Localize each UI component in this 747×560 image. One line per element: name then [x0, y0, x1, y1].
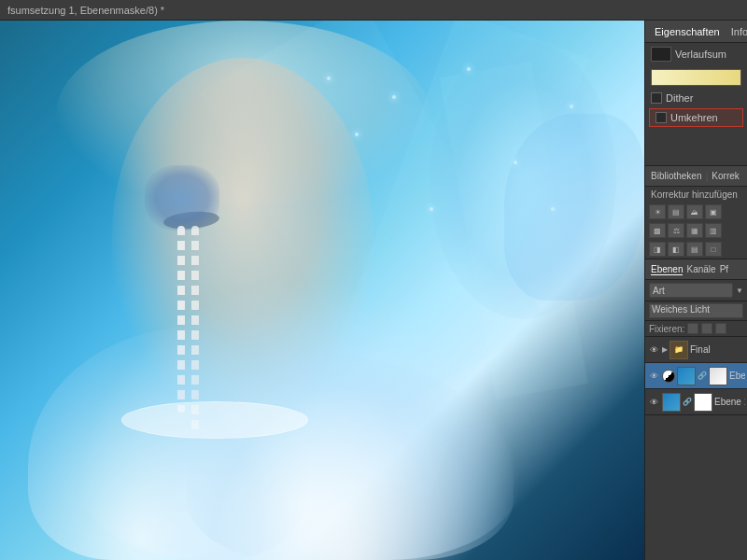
umkehren-label: Umkehren [670, 112, 718, 123]
ebenen-tab[interactable]: Ebenen [651, 264, 683, 275]
ebenen-panel: Ebenen Kanäle Pf Art ▼ Weiches Licht Fix… [645, 259, 747, 560]
korrektur-label: Korrektur hinzufügen [645, 187, 747, 203]
sparkle [514, 161, 517, 164]
dropdown-arrow[interactable]: ▼ [736, 287, 743, 295]
selective-icon[interactable]: □ [705, 242, 722, 257]
properties-tab[interactable]: Eigenschaften [651, 26, 724, 37]
layer-name-ebene2: Ebene 2 [729, 371, 745, 381]
layer-final: 👁 ▶ 📁 Final [645, 337, 747, 363]
blend-value: Weiches Licht [652, 304, 710, 315]
verlauf-row: Verlaufsum [645, 43, 747, 65]
bib-tab2[interactable]: Korrek [712, 171, 739, 181]
mask-ebene1 [694, 393, 712, 412]
main-area: Eigenschaften Info Verlaufsum Dither Umk… [0, 21, 747, 560]
exposure-icon[interactable]: ▣ [705, 204, 722, 219]
right-panel: Eigenschaften Info Verlaufsum Dither Umk… [644, 21, 747, 560]
kanaele-tab[interactable]: Kanäle [686, 264, 715, 274]
title-bar: fsumsetzung 1, Ebenenmaske/8) * [0, 0, 747, 21]
fix-icon1[interactable] [687, 323, 698, 334]
link-ebene2: 🔗 [698, 371, 707, 380]
eye-final[interactable]: 👁 [647, 343, 660, 357]
curves-icon[interactable]: ⛰ [686, 204, 703, 219]
fixieren-label: Fixieren: [649, 324, 684, 334]
umkehren-row: Umkehren [649, 108, 743, 127]
fix-icon3[interactable] [715, 323, 726, 334]
properties-header: Eigenschaften Info [645, 21, 747, 43]
levels-icon[interactable]: ▤ [668, 204, 684, 219]
search-row: Art ▼ [645, 280, 747, 301]
bib-tab1[interactable]: Bibliotheken [651, 171, 701, 181]
brightness-icon[interactable]: ☀ [649, 204, 666, 219]
gradient-bar[interactable] [651, 69, 741, 86]
folder-icon: 📁 [669, 341, 688, 359]
eye-ebene1[interactable]: 👁 [647, 396, 660, 409]
icon-row-2: ▩ ⚖ ▦ ▥ [645, 221, 747, 240]
thumb-ebene2 [677, 367, 696, 385]
fixieren-row: Fixieren: [645, 321, 747, 337]
ebenen-header: Ebenen Kanäle Pf [645, 259, 747, 280]
layer-ebene2[interactable]: 👁 🔗 Ebene 2 [645, 363, 747, 389]
photo-icon[interactable]: ▥ [705, 223, 722, 238]
threshold-icon[interactable]: ◧ [668, 242, 684, 257]
verlauf-label: Verlaufsum [675, 49, 726, 60]
search-text: Art [653, 286, 665, 296]
layer-name-final: Final [690, 344, 745, 355]
gem-piece [145, 165, 219, 231]
sparkle [392, 95, 396, 99]
info-tab-label[interactable]: Info [727, 26, 747, 37]
icon-row-1: ☀ ▤ ⛰ ▣ [645, 203, 747, 221]
thumb-ebene1 [662, 393, 681, 412]
bib-header: Bibliotheken | Korrek [645, 166, 747, 187]
title-text: fsumsetzung 1, Ebenenmaske/8) * [7, 5, 164, 16]
hue-icon[interactable]: ⚖ [668, 223, 684, 238]
mask-ebene2 [709, 367, 727, 385]
verlauf-thumb [651, 47, 671, 62]
colorbalance-icon[interactable]: ▦ [686, 223, 703, 238]
sparkle [355, 133, 359, 136]
triangle-final[interactable]: ▶ [662, 345, 668, 354]
sparkle [327, 77, 331, 80]
link-ebene1: 🔗 [683, 398, 692, 406]
layer-ebene1[interactable]: 👁 🔗 Ebene 1 [645, 389, 747, 415]
pf-tab[interactable]: Pf [720, 264, 728, 274]
umkehren-checkbox[interactable] [655, 112, 667, 123]
invert-icon[interactable]: ◨ [649, 242, 666, 257]
blend-select[interactable]: Weiches Licht [649, 303, 743, 318]
vibrance-icon[interactable]: ▩ [649, 223, 666, 238]
dither-label: Dither [666, 92, 693, 104]
gradient-map-icon[interactable]: ▤ [686, 242, 703, 257]
adjust-ebene2 [662, 370, 675, 383]
sparkle [467, 67, 471, 71]
blend-row: Weiches Licht [645, 301, 747, 321]
properties-spacer [645, 129, 747, 166]
dither-row: Dither [645, 90, 747, 106]
search-box[interactable]: Art [649, 283, 733, 298]
dither-checkbox[interactable] [651, 92, 662, 104]
canvas-image [0, 21, 644, 560]
sparkle [570, 105, 573, 108]
fix-icon2[interactable] [701, 323, 712, 334]
sparkle [430, 207, 433, 211]
layer-name-ebene1: Ebene 1 [714, 397, 745, 407]
canvas-area [0, 21, 644, 560]
icon-row-3: ◨ ◧ ▤ □ [645, 240, 747, 259]
bib-panel: Bibliotheken | Korrek Korrektur hinzufüg… [645, 166, 747, 259]
eye-ebene2[interactable]: 👁 [647, 370, 660, 383]
sparkle [551, 207, 555, 211]
